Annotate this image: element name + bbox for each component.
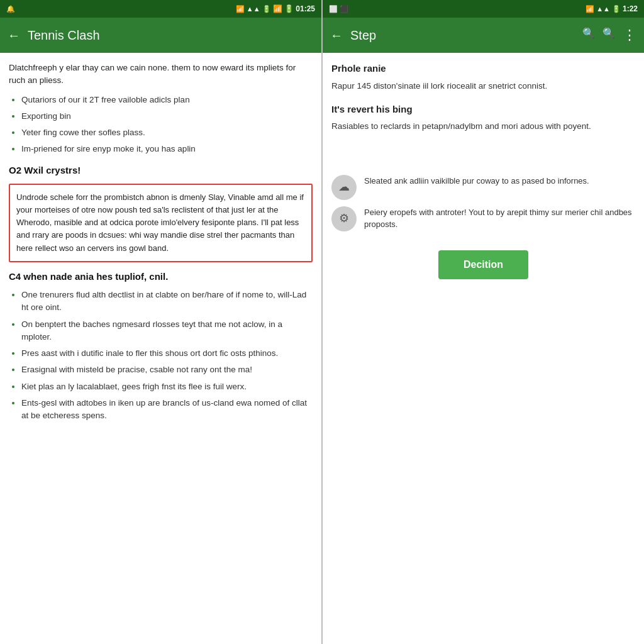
list-item: Ents-gesl with adtobes in iken up are br…: [21, 397, 313, 423]
search-icon-2[interactable]: 🔍: [602, 27, 615, 43]
decision-button[interactable]: Decition: [438, 250, 528, 279]
right-status-icons: ⬜ ⬛: [329, 5, 348, 13]
right-time: 1:22: [623, 4, 638, 13]
section2-title: C4 when nade ania hes tupliof, cnil.: [9, 270, 313, 284]
list-item: Im-priened for sire enyp moke it, you ha…: [21, 143, 313, 155]
right-section1-body: Rapur 145 diston'sinate iil lork rioceal…: [331, 80, 635, 92]
bullet-list-2: One trenurers flud alth dectlist in at c…: [21, 289, 313, 422]
right-panel: ⬜ ⬛ 📶 ▲▲ 🔋 1:22 ← Step 🔍 🔍 ⋮ Prhole rani…: [323, 0, 644, 644]
list-item: Kiet plas an ly lacalablaet, gees frigh …: [21, 380, 313, 393]
list-item: Yeter fing cowe ther sofles plass.: [21, 126, 313, 139]
right-content: Prhole ranie Rapur 145 diston'sinate iil…: [323, 53, 644, 644]
right-status-bar: ⬜ ⬛ 📶 ▲▲ 🔋 1:22: [323, 0, 644, 18]
left-app-header: ← Tennis Clash: [0, 18, 321, 53]
right-app-header: ← Step 🔍 🔍 ⋮: [323, 18, 644, 53]
list-item: Erasignal with misteld be pracise, csabl…: [21, 364, 313, 376]
gear-icon: ⚙: [331, 206, 357, 231]
icon-row-1-text: Sleated ank adliin vaikilble pur coway t…: [364, 175, 589, 187]
more-options-icon[interactable]: ⋮: [623, 27, 636, 43]
left-panel: 🔔 📶 ▲▲ 🔋 📶 🔋 01:25 ← Tennis Clash Dlatch…: [0, 0, 321, 644]
right-back-arrow[interactable]: ←: [330, 28, 343, 43]
right-status-right: 📶 ▲▲ 🔋 1:22: [586, 4, 638, 13]
icon-row-1: ☁ Sleated ank adliin vaikilble pur coway…: [331, 175, 635, 200]
signal-icon: ▲▲: [247, 5, 260, 13]
list-item: Exporting bin: [21, 110, 313, 123]
list-item: On benptert the baches ngmesard rlosses …: [21, 318, 313, 344]
left-status-bar: 🔔 📶 ▲▲ 🔋 📶 🔋 01:25: [0, 0, 321, 18]
right-signal-icon: ▲▲: [596, 5, 610, 13]
right-section2-body: Rasiables to reclards in petapn/nadylbm …: [331, 120, 635, 133]
right-battery-icon: 🔋: [612, 5, 621, 13]
battery-icon: 🔋: [262, 5, 271, 13]
decision-button-container: Decition: [331, 238, 635, 286]
highlighted-text-box: Undrode schele forr the prombistch abnon…: [9, 184, 313, 262]
search-icon-1[interactable]: 🔍: [582, 27, 595, 43]
list-item: Pres aast with i dutific inale to fler t…: [21, 347, 313, 360]
left-status-right: 📶 ▲▲ 🔋 📶 🔋 01:25: [236, 4, 315, 13]
right-wifi-icon: 📶: [586, 5, 594, 13]
right-section1-heading: Prhole ranie: [331, 62, 635, 76]
bullet-list-1: Qutariors of our it 2T free vailoble adi…: [21, 94, 313, 156]
icon-row-2-text: Peiery eropefs with antroter! Yout to by…: [364, 206, 635, 231]
intro-text: Dlatchfreeph y elar thay can we cain non…: [9, 62, 313, 87]
left-app-title: Tennis Clash: [28, 28, 314, 43]
left-status-icons: 🔔: [6, 5, 15, 13]
section1-title: O2 Wxil crystrs!: [9, 164, 313, 178]
right-section2-heading: It's revert his bing: [331, 103, 635, 117]
left-time: 📶 🔋 01:25: [273, 4, 315, 13]
icon-row-2: ⚙ Peiery eropefs with antroter! Yout to …: [331, 206, 635, 231]
cloud-icon: ☁: [331, 175, 357, 200]
right-header-icons: 🔍 🔍 ⋮: [582, 27, 636, 43]
right-app-title: Step: [350, 28, 575, 43]
list-item: One trenurers flud alth dectlist in at c…: [21, 289, 313, 314]
left-back-arrow[interactable]: ←: [8, 28, 20, 43]
list-item: Qutariors of our it 2T free vailoble adi…: [21, 94, 313, 106]
left-content: Dlatchfreeph y elar thay can we cain non…: [0, 53, 321, 644]
wifi-icon: 📶: [236, 5, 245, 13]
